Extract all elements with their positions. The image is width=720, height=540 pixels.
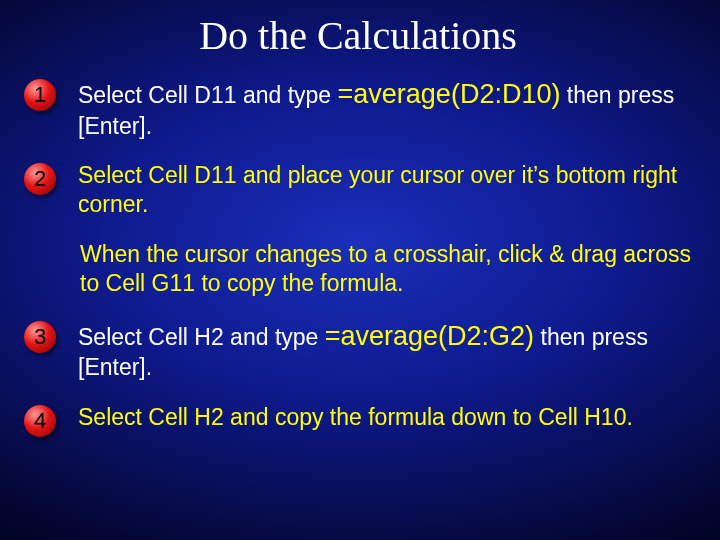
step-1-formula: =average(D2:D10)	[338, 79, 561, 109]
step-2-note-text: When the cursor changes to a crosshair, …	[80, 240, 692, 299]
step-1: 1 Select Cell D11 and type =average(D2:D…	[24, 77, 692, 141]
step-3: 3 Select Cell H2 and type =average(D2:G2…	[24, 319, 692, 383]
step-3-formula: =average(D2:G2)	[325, 321, 534, 351]
slide: Do the Calculations 1 Select Cell D11 an…	[0, 0, 720, 540]
step-4-text: Select Cell H2 and copy the formula down…	[78, 403, 692, 432]
slide-title: Do the Calculations	[24, 12, 692, 59]
step-badge-3: 3	[24, 321, 56, 353]
step-3-text: Select Cell H2 and type =average(D2:G2) …	[78, 319, 692, 383]
step-badge-2: 2	[24, 163, 56, 195]
step-badge-1: 1	[24, 79, 56, 111]
step-2-text: Select Cell D11 and place your cursor ov…	[78, 161, 692, 220]
step-badge-4: 4	[24, 405, 56, 437]
step-2: 2 Select Cell D11 and place your cursor …	[24, 161, 692, 220]
step-2-note: When the cursor changes to a crosshair, …	[24, 240, 692, 299]
step-4: 4 Select Cell H2 and copy the formula do…	[24, 403, 692, 437]
step-1-pre: Select Cell D11 and type	[78, 82, 338, 108]
step-1-text: Select Cell D11 and type =average(D2:D10…	[78, 77, 692, 141]
step-3-pre: Select Cell H2 and type	[78, 324, 325, 350]
